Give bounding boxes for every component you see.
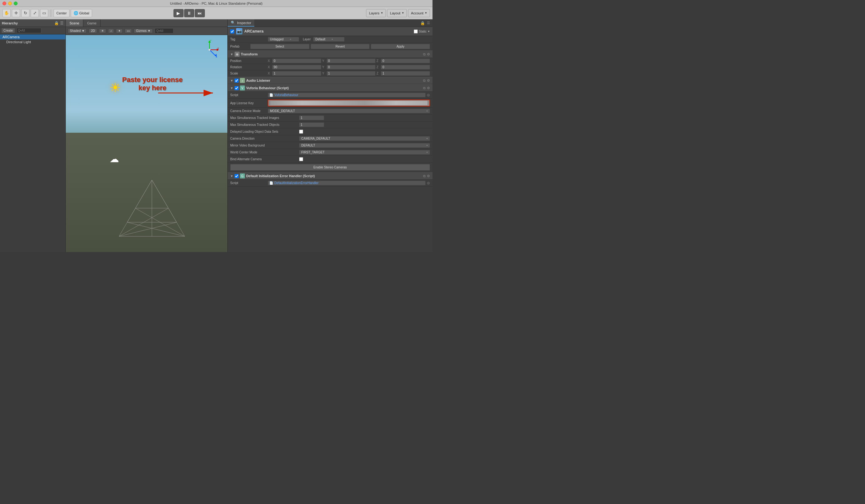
apply-button[interactable]: Apply bbox=[371, 44, 430, 49]
rotate-tool-button[interactable]: ↻ bbox=[21, 9, 30, 17]
vuforia-gear-icon[interactable]: ⚙ bbox=[427, 86, 430, 90]
position-x-input[interactable] bbox=[272, 59, 321, 63]
hierarchy-create-button[interactable]: Create bbox=[1, 28, 15, 33]
audio-listener-icon: ♪ bbox=[240, 78, 245, 83]
license-key-input[interactable] bbox=[268, 99, 430, 106]
gizmos-dropdown[interactable]: Gizmos ▼ bbox=[134, 28, 153, 33]
transform-copy-icon[interactable]: ⧉ bbox=[423, 52, 426, 56]
inspector-lock-icon[interactable]: 🔒 bbox=[420, 21, 425, 25]
layers-dropdown[interactable]: Layers ▼ bbox=[366, 9, 386, 17]
transform-gear-icon[interactable]: ⚙ bbox=[427, 52, 430, 56]
game-tab[interactable]: Game bbox=[83, 20, 101, 27]
hierarchy-menu-icon[interactable]: ☰ bbox=[60, 21, 64, 25]
layer-arrow-icon: ÷ bbox=[332, 38, 333, 41]
rotation-x-input[interactable] bbox=[272, 65, 321, 70]
shading-dropdown[interactable]: Shaded ▼ bbox=[68, 28, 87, 33]
rect-tool-button[interactable]: ▭ bbox=[40, 9, 48, 17]
audio-copy-icon[interactable]: ⧉ bbox=[423, 79, 426, 83]
scene-tab[interactable]: Scene bbox=[66, 20, 83, 27]
position-y-input[interactable] bbox=[327, 59, 376, 63]
scene-search-input[interactable] bbox=[155, 28, 173, 34]
select-button[interactable]: Select bbox=[250, 44, 309, 49]
traffic-lights[interactable] bbox=[2, 2, 18, 5]
inspector-menu-icon[interactable]: ☰ bbox=[427, 21, 430, 25]
rotation-y-input[interactable] bbox=[327, 65, 376, 70]
hand-tool-button[interactable]: ✋ bbox=[2, 9, 11, 17]
close-button[interactable] bbox=[2, 2, 6, 5]
world-center-value: FIRST_TARGET bbox=[301, 151, 324, 154]
license-arrow-icon bbox=[155, 80, 218, 105]
transform-header[interactable]: ▼ ⊕ Transform ⧉ ⚙ bbox=[228, 50, 432, 58]
max-tracked-images-input[interactable] bbox=[299, 116, 324, 120]
svg-text:Y: Y bbox=[210, 39, 212, 42]
rotation-z-input[interactable] bbox=[381, 65, 430, 70]
bind-camera-checkbox[interactable] bbox=[299, 157, 303, 161]
vuforia-header[interactable]: ▼ V Vuforia Behaviour (Script) ⧉ ⚙ bbox=[228, 84, 432, 92]
position-z-input[interactable] bbox=[381, 59, 430, 63]
hierarchy-item-arcamera[interactable]: ARCamera bbox=[0, 34, 66, 39]
lights-button[interactable]: ☀ bbox=[99, 28, 106, 33]
vuforia-copy-icon[interactable]: ⧉ bbox=[423, 86, 426, 90]
delayed-loading-checkbox[interactable] bbox=[299, 130, 303, 134]
default-init-link-icon[interactable]: ◎ bbox=[427, 181, 430, 185]
layout-dropdown[interactable]: Layout ▼ bbox=[387, 9, 407, 17]
max-tracked-objects-input[interactable] bbox=[299, 122, 324, 127]
inspector-tab-label[interactable]: Inspector bbox=[237, 21, 251, 25]
vuforia-script-field[interactable]: 📄 VuforiaBehaviour bbox=[268, 93, 426, 97]
hierarchy-lock-icon[interactable]: 🔒 bbox=[54, 21, 59, 25]
tag-arrow-icon: ÷ bbox=[290, 38, 291, 41]
2d-button[interactable]: 2D bbox=[89, 28, 97, 33]
move-tool-button[interactable]: ✛ bbox=[12, 9, 20, 17]
center-button-label: Center bbox=[56, 11, 67, 15]
maximize-button[interactable] bbox=[14, 2, 18, 5]
fx-button[interactable]: ✦ bbox=[116, 28, 123, 33]
global-button[interactable]: 🌐 Global bbox=[71, 9, 92, 17]
enable-stereo-button[interactable]: Enable Stereo Cameras bbox=[230, 164, 430, 171]
center-button[interactable]: Center bbox=[54, 9, 70, 17]
audio-gear-icon[interactable]: ⚙ bbox=[427, 79, 430, 83]
svg-line-11 bbox=[152, 180, 177, 222]
static-arrow-icon[interactable]: ▼ bbox=[427, 30, 430, 33]
scale-x-input[interactable] bbox=[272, 71, 321, 76]
play-button[interactable]: ▶ bbox=[173, 9, 184, 17]
pause-button[interactable]: ⏸ bbox=[184, 9, 194, 17]
main-toolbar: ✋ ✛ ↻ ⤢ ▭ Center 🌐 Global ▶ ⏸ ⏭ Layers ▼… bbox=[0, 7, 432, 20]
cloud-icon: ☁ bbox=[109, 153, 119, 164]
default-init-script-field[interactable]: 📄 DefaultInitializationErrorHandler bbox=[268, 180, 426, 185]
static-checkbox[interactable] bbox=[414, 30, 418, 34]
vuforia-script-row: Script 📄 VuforiaBehaviour ◎ bbox=[228, 92, 432, 98]
scale-z-input[interactable] bbox=[381, 71, 430, 76]
max-tracked-objects-label: Max Simultaneous Tracked Objects bbox=[230, 123, 299, 127]
revert-button[interactable]: Revert bbox=[311, 44, 370, 49]
audio-button[interactable]: ♪ bbox=[108, 28, 114, 33]
account-dropdown[interactable]: Account ▼ bbox=[408, 9, 430, 17]
vuforia-script-link-icon[interactable]: ◎ bbox=[427, 93, 430, 97]
world-center-dropdown[interactable]: FIRST_TARGET ÷ bbox=[299, 150, 430, 155]
layer-dropdown[interactable]: Default ÷ bbox=[313, 37, 345, 42]
scale-tool-button[interactable]: ⤢ bbox=[31, 9, 39, 17]
account-label: Account bbox=[411, 11, 424, 15]
vuforia-checkbox[interactable] bbox=[234, 86, 239, 90]
audio-listener-checkbox[interactable] bbox=[234, 79, 239, 83]
mirror-video-dropdown[interactable]: DEFAULT ÷ bbox=[299, 143, 430, 148]
license-key-row: App License Key bbox=[228, 98, 432, 108]
hierarchy-item-directional-light[interactable]: Directional Light bbox=[0, 39, 66, 45]
minimize-button[interactable] bbox=[8, 2, 12, 5]
inspector-panel: 🔍 Inspector 🔒 ☰ 📷 ARCamera Static ▼ bbox=[227, 20, 432, 252]
default-init-gear-icon[interactable]: ⚙ bbox=[427, 174, 430, 178]
object-name[interactable]: ARCamera bbox=[244, 29, 263, 34]
hierarchy-search-input[interactable] bbox=[16, 28, 41, 33]
camera-device-mode-dropdown[interactable]: MODE_DEFAULT ÷ bbox=[268, 109, 430, 113]
step-button[interactable]: ⏭ bbox=[195, 9, 205, 17]
default-init-checkbox[interactable] bbox=[234, 174, 239, 178]
tag-dropdown[interactable]: Untagged ÷ bbox=[268, 37, 299, 42]
camera-direction-dropdown[interactable]: CAMERA_DEFAULT ÷ bbox=[299, 136, 430, 141]
hierarchy-header: Hierarchy 🔒 ☰ bbox=[0, 20, 66, 27]
default-init-header[interactable]: ▼ G Default Initialization Error Handler… bbox=[228, 172, 432, 180]
object-active-checkbox[interactable] bbox=[230, 30, 234, 34]
scene-view-mode[interactable]: ▭ bbox=[125, 28, 132, 33]
default-init-copy-icon[interactable]: ⧉ bbox=[423, 174, 426, 178]
scale-y-input[interactable] bbox=[327, 71, 376, 76]
max-tracked-objects-row: Max Simultaneous Tracked Objects bbox=[228, 121, 432, 128]
audio-listener-header[interactable]: ▼ ♪ Audio Listener ⧉ ⚙ bbox=[228, 77, 432, 84]
